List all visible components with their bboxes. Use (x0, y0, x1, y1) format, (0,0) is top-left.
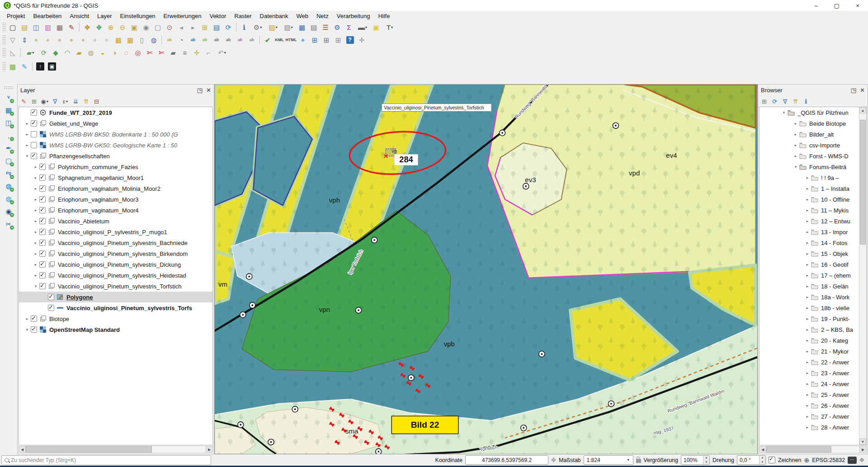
identify-features-button[interactable]: ℹ (239, 22, 250, 33)
layer-item-vaccinio-uliginosi-p-sylvestris-p-mugo1[interactable]: ▸Vaccinio_uliginosi_P_sylvestris_P_mugo1 (19, 226, 212, 237)
expander-icon[interactable]: ▸ (804, 197, 811, 202)
close-button[interactable]: × (847, 0, 868, 11)
layer-item-eriophorum-vaginatum-moor3[interactable]: ▸Eriophorum_vaginatum_Moor3 (19, 194, 212, 205)
add-wms-layer-button[interactable]: ◍ (3, 180, 14, 191)
remove-layer-button[interactable]: ⊟ (92, 97, 101, 106)
manage-map-themes-button[interactable]: ◉▾ (40, 97, 49, 106)
toolbar-grip[interactable] (2, 61, 5, 71)
layer-visibility-checkbox[interactable] (39, 218, 46, 224)
close-panel-button[interactable]: ✕ (206, 87, 211, 93)
expander-icon[interactable]: ▸ (24, 316, 31, 321)
move-label-button[interactable]: ab (211, 34, 222, 45)
deselect-features-button[interactable]: ▧▾ (281, 22, 296, 33)
expander-icon[interactable]: ▸ (804, 208, 811, 212)
save-project-button[interactable]: ◫ (31, 22, 42, 33)
merge-attributes-button[interactable]: ≡ (179, 47, 190, 58)
import-geotagged-photos-button[interactable]: ↑ (35, 61, 46, 72)
trim-extend-button[interactable]: ⌐ (203, 47, 214, 58)
filter-browser-button[interactable]: ∇ (780, 97, 790, 106)
expander-icon[interactable]: ▸ (32, 241, 39, 245)
layer-item-biotope[interactable]: ▸Biotope (19, 313, 212, 324)
scroll-thumb[interactable] (766, 446, 831, 453)
layer-visibility-checkbox[interactable] (39, 207, 46, 213)
open-project-button[interactable]: ▤ (19, 22, 30, 33)
fill-ring-button[interactable]: ◑ (109, 47, 120, 58)
add-ring-button[interactable]: ◍ (85, 47, 96, 58)
check-validity-button[interactable]: ✔ (262, 34, 273, 45)
add-delimited-text-layer-button[interactable]: , (3, 130, 14, 141)
offset-curve-button[interactable]: ◠ (62, 47, 73, 58)
scroll-thumb[interactable] (860, 120, 866, 244)
browser-item-14-fotos[interactable]: ▸14 - Fotos (760, 237, 866, 248)
expand-all-button[interactable]: ⇊ (71, 97, 80, 106)
browser-item-22-anwer[interactable]: ▸22 - Anwer (760, 357, 866, 368)
trace-digitizing-button[interactable]: ⌖ (66, 34, 77, 45)
style-manager-button[interactable]: ✎ (66, 22, 77, 33)
render-checkbox[interactable] (769, 457, 775, 463)
move-feature-button[interactable]: ▰▾ (23, 47, 38, 58)
expander-icon[interactable]: ▸ (804, 414, 811, 419)
expander-icon[interactable]: ▸ (32, 197, 39, 202)
add-spatialite-layer-button[interactable]: ✒ (3, 142, 14, 153)
menu-bearbeiten[interactable]: Bearbeiten (29, 12, 66, 20)
add-wcs-layer-button[interactable]: ◉ (3, 206, 14, 217)
layer-item-vaccinio-uliginosi-pinetum-sylvestris-ba[interactable]: ▸Vaccinio_uliginosi_Pinetum_sylvestris_B… (19, 237, 212, 248)
expander-icon[interactable]: ▾ (32, 284, 39, 288)
measure-button[interactable]: ▬▾ (355, 22, 370, 33)
expander-icon[interactable]: ▸ (804, 251, 811, 256)
expander-icon[interactable]: ▸ (804, 392, 811, 397)
rotate-label-button[interactable]: ab (223, 34, 234, 45)
layer-visibility-checkbox[interactable] (39, 250, 46, 257)
layer-item-gebiet-und-wege[interactable]: ▸Gebiet_und_Wege (19, 118, 212, 129)
expander-icon[interactable]: ▸ (792, 121, 799, 126)
float-panel-button[interactable]: ◳ (851, 87, 856, 93)
layer-visibility-checkbox[interactable] (31, 326, 37, 333)
new-map-view-button[interactable]: ⊞ (199, 22, 210, 33)
layer-visibility-checkbox[interactable] (48, 294, 54, 300)
scroll-left-arrow[interactable]: ◀ (19, 446, 26, 453)
layer-item-sphagnetum-magellanici-moor1[interactable]: ▸Sphagnetum_magellanici_Moor1 (19, 172, 212, 183)
stream-digitizing-button[interactable]: ⌖ (78, 34, 89, 45)
layer-visibility-checkbox[interactable] (31, 120, 37, 127)
layer-item-openstreetmap-standard[interactable]: ▾OpenStreetMap Standard (19, 324, 212, 335)
expander-icon[interactable]: ▸ (804, 273, 811, 278)
browser-item-beide-biotope[interactable]: ▸Beide Biotope (760, 118, 866, 129)
menu-verarbeitung[interactable]: Verarbeitung (333, 12, 374, 20)
expander-icon[interactable]: ▸ (32, 251, 39, 256)
browser-item-18b-vielle[interactable]: ▸18b - vielle (760, 302, 866, 313)
zoom-out-button[interactable]: ⊖ (117, 22, 128, 33)
crosshair-tool-button[interactable]: ✛ (356, 34, 367, 45)
expander-icon[interactable]: ▸ (804, 175, 811, 180)
layer-visibility-checkbox[interactable] (31, 316, 37, 322)
scroll-thumb[interactable] (26, 446, 152, 453)
open-attribute-table-button[interactable]: ▦ (297, 22, 307, 33)
minimize-button[interactable]: – (806, 0, 826, 11)
capture-coordinates-button[interactable]: ⌖ (297, 34, 308, 45)
browser-hscrollbar[interactable]: ◀ ▶ (759, 446, 867, 453)
expander-icon[interactable]: ▸ (804, 284, 811, 288)
split-features-button[interactable]: ✄ (144, 47, 155, 58)
add-virtual-layer-button[interactable]: ▢ (3, 155, 14, 166)
tile-tool-a-button[interactable]: ▦ (113, 34, 124, 45)
move-selection-button[interactable]: ⇕ (19, 34, 30, 45)
crs-status[interactable]: EPSG:25832 (812, 457, 845, 463)
browser-item-2-kbs-ba[interactable]: ▸2 – KBS, Ba (760, 324, 866, 335)
browser-item-forums-beitr-[interactable]: ▾Forums-Beiträ (760, 161, 866, 172)
kml-tools-button[interactable]: KML (274, 34, 285, 45)
expander-icon[interactable]: ▾ (792, 165, 799, 169)
browser-item-21-mykor[interactable]: ▸21 - Mykor (760, 346, 866, 357)
toolbar-grip[interactable] (2, 35, 5, 45)
add-postgis-layer-button[interactable]: Pg (3, 168, 14, 179)
expander-icon[interactable]: ▸ (804, 349, 811, 354)
expander-icon[interactable]: ▸ (32, 208, 39, 212)
browser-item-24-anwer[interactable]: ▸24 - Anwer (760, 378, 866, 389)
scroll-right-arrow[interactable]: ▶ (859, 446, 867, 453)
expander-icon[interactable]: ▸ (24, 121, 31, 126)
rotate-feature-button[interactable]: ⟳ (38, 47, 49, 58)
layer-item-vaccinio-uliginosi-pinetum-sylvestris-to[interactable]: ▾Vaccinio_uliginosi_Pinetum_sylvestris_T… (19, 281, 212, 292)
bookmarks-button[interactable]: ▤ (211, 22, 222, 33)
browser-item-20-kateg[interactable]: ▸20 - Kateg (760, 335, 866, 346)
collapse-all-browser-button[interactable]: ⇈ (791, 97, 800, 106)
zoom-to-layer-button[interactable]: ▢ (152, 22, 163, 33)
menu-hilfe[interactable]: Hilfe (374, 12, 394, 20)
